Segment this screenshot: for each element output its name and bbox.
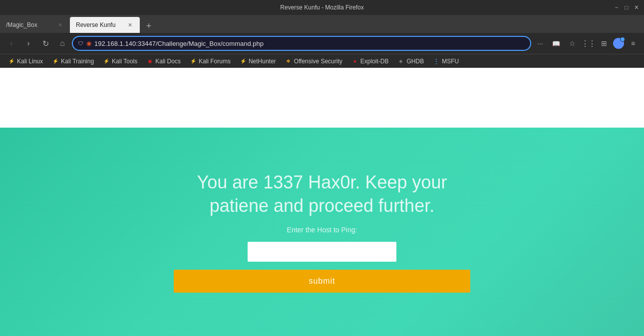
window-title: Reverse Kunfu - Mozilla Firefox [280,4,363,11]
tab-magic-box-close[interactable]: ✕ [56,21,64,29]
heading-line1: You are 1337 Hax0r. Keep your [197,172,447,192]
exploit-db-label: Exploit-DB [360,58,389,65]
bookmark-nethunter[interactable]: ⚡ NetHunter [236,57,280,66]
kali-forums-icon: ⚡ [190,58,197,65]
back-button[interactable]: ‹ [4,36,19,51]
bookmark-kali-linux[interactable]: ⚡ Kali Linux [4,57,47,66]
exploit-db-icon: ● [351,58,358,65]
navbar: ‹ › ↻ ⌂ 🛡 ◉ 192.168.1.140:33447/Challeng… [0,33,644,54]
kali-linux-icon: ⚡ [8,58,15,65]
main-heading: You are 1337 Hax0r. Keep your patiene an… [197,171,447,218]
tabbar: /Magic_Box ✕ Reverse Kunfu ✕ + [0,15,644,33]
kali-tools-icon: ⚡ [103,58,110,65]
kali-forums-label: Kali Forums [199,58,231,65]
nethunter-label: NetHunter [249,58,276,65]
bookmark-kali-training[interactable]: ⚡ Kali Training [48,57,98,66]
titlebar: Reverse Kunfu - Mozilla Firefox − □ ✕ [0,0,644,15]
close-button[interactable]: ✕ [633,4,640,11]
tab-reverse-kunfu[interactable]: Reverse Kunfu ✕ [70,17,140,33]
offensive-security-label: Offensive Security [294,58,342,65]
history-sidebar-icon[interactable]: ⋮⋮ [581,36,595,50]
host-input[interactable] [248,242,396,262]
ping-label: Enter the Host to Ping: [287,226,357,234]
bookmarks-bar: ⚡ Kali Linux ⚡ Kali Training ⚡ Kali Tool… [0,54,644,68]
security-shield-icon: 🛡 [78,40,83,46]
more-options-button[interactable]: ··· [533,36,547,50]
tab-reverse-kunfu-close[interactable]: ✕ [126,21,134,29]
submit-button[interactable]: submit [174,270,470,293]
profile-icon[interactable] [613,38,624,49]
kali-training-label: Kali Training [61,58,94,65]
bookmark-msfu[interactable]: ⋮ MSFU [429,57,463,66]
kali-docs-label: Kali Docs [155,58,181,65]
address-bar[interactable]: 🛡 ◉ 192.168.1.140:33447/Challenge/Magic_… [72,36,531,51]
kali-docs-icon: ◉ [146,58,153,65]
ghdb-label: GHDB [406,58,424,65]
refresh-button[interactable]: ↻ [38,36,53,51]
url-text[interactable]: 192.168.1.140:33447/Challenge/Magic_Box/… [94,40,525,47]
home-button[interactable]: ⌂ [55,36,70,51]
green-main-section: You are 1337 Hax0r. Keep your patiene an… [0,128,644,336]
reading-list-icon[interactable]: 📖 [549,36,563,50]
offensive-security-icon: ❖ [285,58,292,65]
ghdb-icon: ◈ [397,58,404,65]
kali-linux-label: Kali Linux [17,58,43,65]
page-content: You are 1337 Hax0r. Keep your patiene an… [0,68,644,336]
bookmark-ghdb[interactable]: ◈ GHDB [393,57,428,66]
heading-line2: patiene and proceed further. [210,195,434,216]
kali-training-icon: ⚡ [52,58,59,65]
bookmark-icon[interactable]: ☆ [565,36,579,50]
bookmark-kali-tools[interactable]: ⚡ Kali Tools [99,57,141,66]
bookmark-exploit-db[interactable]: ● Exploit-DB [347,57,393,66]
forward-button[interactable]: › [21,36,36,51]
white-header-section [0,68,644,128]
new-tab-button[interactable]: + [142,19,156,33]
maximize-button[interactable]: □ [623,4,630,11]
window-controls: − □ ✕ [613,4,640,11]
bookmark-offensive-security[interactable]: ❖ Offensive Security [281,57,346,66]
bookmark-kali-docs[interactable]: ◉ Kali Docs [142,57,185,66]
tab-magic-box[interactable]: /Magic_Box ✕ [0,17,70,33]
nethunter-icon: ⚡ [240,58,247,65]
msfu-label: MSFU [442,58,459,65]
tabs-view-icon[interactable]: ⊞ [597,36,611,50]
kali-tools-label: Kali Tools [112,58,137,65]
msfu-icon: ⋮ [433,58,440,65]
nav-right-controls: ··· 📖 ☆ ⋮⋮ ⊞ ≡ [533,36,640,50]
tracker-icon: ◉ [86,40,91,47]
bookmark-kali-forums[interactable]: ⚡ Kali Forums [186,57,235,66]
tab-reverse-kunfu-label: Reverse Kunfu [76,21,115,28]
menu-button[interactable]: ≡ [626,36,640,50]
minimize-button[interactable]: − [613,4,620,11]
tab-magic-box-label: /Magic_Box [6,21,37,28]
